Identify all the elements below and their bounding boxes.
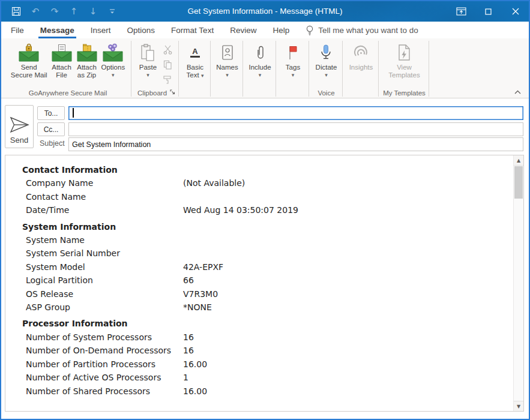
message-body-content: Contact Information Company Name(Not Ava… xyxy=(5,155,513,411)
template-document-icon xyxy=(396,42,412,64)
include-button[interactable]: Include ▾ xyxy=(247,41,273,80)
undo-button[interactable]: ↶ xyxy=(30,6,41,17)
microphone-icon xyxy=(319,42,333,64)
insights-button[interactable]: Insights xyxy=(348,41,375,73)
scroll-down-icon: ▼ xyxy=(517,404,520,409)
lightbulb-icon xyxy=(306,25,314,35)
customize-quick-access-toolbar-button[interactable] xyxy=(107,6,118,17)
redo-icon: ↷ xyxy=(51,7,59,16)
body-row: System Serial Number xyxy=(5,247,513,260)
group-label-voice: Voice xyxy=(310,89,342,97)
tab-file[interactable]: File xyxy=(11,22,24,38)
vertical-scrollbar[interactable]: ▲ ▼ xyxy=(513,155,523,411)
insights-spiral-icon xyxy=(352,42,369,64)
group-separator xyxy=(378,41,379,97)
dropdown-arrow-icon: ▾ xyxy=(292,71,295,79)
paste-clipboard-icon xyxy=(140,42,155,64)
body-row: Number of Partition Processors16.00 xyxy=(5,358,513,371)
cc-input[interactable] xyxy=(68,122,523,136)
maximize-button[interactable] xyxy=(475,1,502,22)
attach-as-zip-button[interactable]: Attach as Zip xyxy=(74,41,100,80)
save-button[interactable] xyxy=(11,6,22,17)
send-secure-mail-button[interactable]: Send Secure Mail xyxy=(9,41,49,80)
secure-envelope-lock-icon xyxy=(18,42,40,64)
window-title: Get System Information - Message (HTML) xyxy=(187,1,342,22)
to-input[interactable] xyxy=(68,106,523,120)
body-row: Date/TimeWed Aug 14 03:50:07 2019 xyxy=(5,203,513,217)
body-row: Company Name(Not Available) xyxy=(5,176,513,190)
ribbon-display-options-button[interactable] xyxy=(448,1,475,22)
message-body[interactable]: Contact Information Company Name(Not Ava… xyxy=(5,155,524,412)
format-painter-button[interactable] xyxy=(161,73,174,86)
send-button[interactable]: Send xyxy=(5,105,34,148)
dropdown-arrow-icon: ▾ xyxy=(259,71,262,79)
tab-message[interactable]: Message xyxy=(40,22,74,38)
flag-icon xyxy=(287,42,299,64)
tab-format-text[interactable]: Format Text xyxy=(171,22,214,38)
ribbon-tab-row: File Message Insert Options Format Text … xyxy=(1,22,529,38)
dropdown-arrow-icon: ▾ xyxy=(325,71,328,79)
scrollbar-thumb[interactable] xyxy=(514,166,523,199)
view-templates-button[interactable]: View Templates xyxy=(387,41,421,80)
basic-text-button[interactable]: A Basic Text ▾ xyxy=(185,41,206,81)
dictate-button[interactable]: Dictate ▾ xyxy=(314,41,339,80)
previous-item-button[interactable]: ↑ xyxy=(68,6,79,17)
paste-button[interactable]: Paste ▾ xyxy=(137,41,158,80)
tab-help[interactable]: Help xyxy=(273,22,289,38)
subject-label: Subject xyxy=(40,139,65,148)
group-separator xyxy=(178,41,179,97)
collapse-ribbon-button[interactable] xyxy=(513,89,522,95)
cut-icon xyxy=(163,45,172,55)
group-label-my-templates: My Templates xyxy=(380,89,429,97)
scroll-up-button[interactable]: ▲ xyxy=(514,155,523,166)
cc-button[interactable]: Cc... xyxy=(37,122,65,136)
dropdown-arrow-icon: ▾ xyxy=(226,71,229,79)
cut-button[interactable] xyxy=(161,43,174,56)
arrow-up-icon: ↑ xyxy=(70,7,78,16)
outlook-message-window: ↶ ↷ ↑ ↓ Get System Information - Message… xyxy=(0,0,530,420)
body-row: Logical Partition66 xyxy=(5,274,513,287)
attach-file-button[interactable]: Attach File xyxy=(49,41,74,80)
paperclip-icon xyxy=(254,42,265,64)
names-button[interactable]: Names ▾ xyxy=(214,41,239,80)
clipboard-dialog-launcher[interactable] xyxy=(169,89,176,96)
body-row: Number of Active OS Processors1 xyxy=(5,371,513,384)
secure-envelope-zip-icon xyxy=(76,42,98,64)
section-title: Contact Information xyxy=(5,163,513,176)
group-goanywhere-secure-mail: Send Secure Mail xyxy=(5,38,131,98)
window-controls xyxy=(448,1,529,22)
body-row: Contact Name xyxy=(5,190,513,203)
secure-mail-options-button[interactable]: Options ▾ xyxy=(100,41,127,80)
undo-icon: ↶ xyxy=(32,7,40,16)
scroll-down-button[interactable]: ▼ xyxy=(514,401,523,411)
tab-insert[interactable]: Insert xyxy=(91,22,111,38)
body-row: OS ReleaseV7R3M0 xyxy=(5,287,513,301)
next-item-button[interactable]: ↓ xyxy=(88,6,98,17)
save-icon xyxy=(11,7,21,16)
tags-button[interactable]: Tags ▾ xyxy=(284,41,302,80)
tell-me-box[interactable]: Tell me what you want to do xyxy=(306,22,418,38)
ribbon-display-options-icon xyxy=(456,7,466,16)
tab-review[interactable]: Review xyxy=(230,22,256,38)
group-separator xyxy=(276,41,276,97)
maximize-icon xyxy=(485,8,492,15)
title-bar: ↶ ↷ ↑ ↓ Get System Information - Message… xyxy=(1,1,529,22)
body-row: System Name xyxy=(5,233,513,247)
dropdown-arrow-icon: ▾ xyxy=(201,73,204,79)
close-button[interactable] xyxy=(502,1,529,22)
to-button[interactable]: To... xyxy=(37,106,65,120)
group-separator xyxy=(131,41,131,97)
quick-access-toolbar: ↶ ↷ ↑ ↓ xyxy=(11,1,118,22)
format-painter-icon xyxy=(163,75,172,85)
group-basic-text: A Basic Text ▾ xyxy=(180,38,210,98)
group-separator xyxy=(242,41,243,97)
subject-input[interactable] xyxy=(68,137,523,151)
redo-button[interactable]: ↷ xyxy=(49,6,60,17)
tab-options[interactable]: Options xyxy=(127,22,155,38)
arrow-down-icon: ↓ xyxy=(89,7,97,16)
group-separator xyxy=(342,41,343,97)
contact-card-icon xyxy=(221,42,234,64)
body-row: Number of System Processors16 xyxy=(5,331,513,344)
copy-button[interactable] xyxy=(161,58,174,71)
group-separator xyxy=(309,41,309,97)
